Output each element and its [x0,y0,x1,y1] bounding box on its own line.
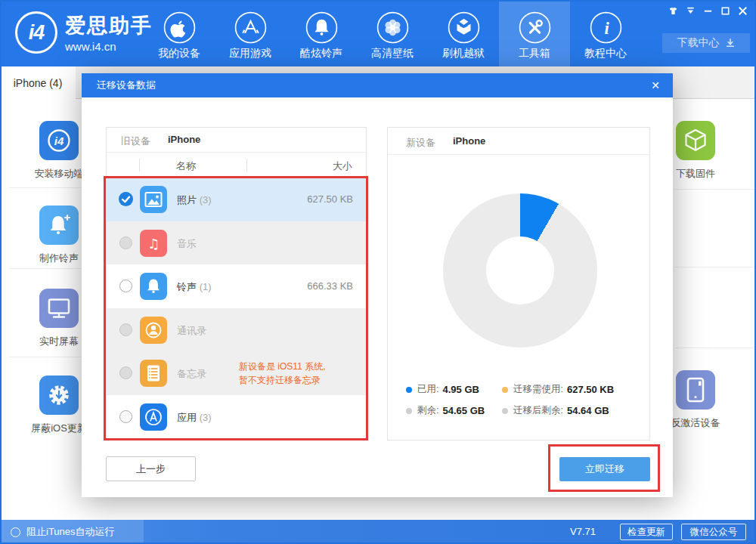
item-name: 铃声 (1) [177,280,212,294]
appstore-icon [234,11,268,45]
new-device-label: 新设备 [406,136,435,150]
legend-dot-used [406,387,412,393]
app-window: i4 爱思助手 www.i4.cn 我的设备 [0,0,756,544]
nav-label: 我的设备 [158,47,200,60]
status-bar: 阻止iTunes自动运行 V7.71 检查更新 微信公众号 [0,520,756,544]
nav-label: 刷机越狱 [442,47,485,60]
legend-dot-free [406,408,412,414]
brand-site: www.i4.cn [65,40,153,53]
window-controls [667,5,748,17]
column-divider [246,159,247,172]
nav-item-app-games[interactable]: 应用游戏 [215,0,286,66]
legend-row: 剩余: 54.65 GB 迁移后剩余: 54.64 GB [388,404,649,419]
download-center-label: 下载中心 [677,36,720,50]
legend-row: 已用: 4.95 GB 迁移需使用: 627.50 KB [388,383,649,398]
i4-app-icon: i4 [39,121,79,160]
list-item-ringtones[interactable]: 铃声 (1) 666.33 KB [107,264,366,308]
photos-icon [140,186,167,213]
block-itunes-label: 阻止iTunes自动运行 [26,525,115,539]
tshirt-icon [668,5,679,17]
apps-icon [140,403,167,431]
apps-checkbox[interactable] [119,410,132,423]
grid-divider [675,189,756,190]
download-center-button[interactable]: 下载中心 [662,33,750,53]
nav-item-toolbox[interactable]: 工具箱 [499,0,570,66]
tool-label: 实时屏幕 [39,335,79,348]
ringtone-bell-icon [140,273,167,300]
nav-label: 教程中心 [584,47,627,60]
item-name: 应用 (3) [177,411,212,425]
nav-item-tutorials[interactable]: i 教程中心 [570,0,641,66]
table-header: 名称 大小 [107,153,366,178]
nav-item-my-devices[interactable]: 我的设备 [144,0,215,66]
item-name: 音乐 [177,237,197,251]
tool-label: 下载固件 [676,167,715,181]
deactivate-device-icon [676,370,715,410]
ringtone-maker-icon [39,206,79,245]
tool-label: 制作铃声 [39,252,79,265]
nav-item-hd-wallpapers[interactable]: 高清壁纸 [357,0,428,66]
tool-label: 屏蔽iOS更新 [31,422,87,435]
notes-warning-text: 新设备是 iOS11 系统, 暂不支持迁移备忘录 [239,360,360,387]
ringtones-checkbox[interactable] [119,280,132,292]
old-device-label: 旧设备 [121,134,150,148]
item-size: 666.33 KB [307,280,353,292]
legend-free: 剩余: 54.65 GB [406,404,485,417]
nav-item-flash-jailbreak[interactable]: 刷机越狱 [428,0,499,66]
firmware-cube-icon [676,121,715,160]
wallpaper-icon [376,11,410,45]
migrate-now-button[interactable]: 立即迁移 [559,457,650,481]
previous-step-button[interactable]: 上一步 [106,456,196,481]
maximize-button[interactable] [719,5,731,17]
grid-divider [675,267,756,267]
skin-theme-button[interactable] [667,5,679,17]
maximize-icon [720,5,731,17]
photos-checkbox[interactable] [119,192,133,206]
tab-iphone[interactable]: iPhone (4) [0,66,76,99]
apple-icon [163,11,197,45]
main-menu-button[interactable] [684,5,696,17]
new-device-panel: 新设备 iPhone 已用: 4.95 GB 迁移需使用: 627.50 KB [387,127,650,440]
new-device-name: iPhone [453,135,485,147]
check-update-button[interactable]: 检查更新 [620,524,673,540]
block-ios-update-icon [39,376,79,415]
list-item-contacts: 通讯录 [107,308,366,352]
column-header-name: 名称 [176,159,196,173]
column-divider [139,159,140,172]
menu-arrow-icon [685,5,696,17]
minimize-icon [702,5,714,17]
main-nav: 我的设备 应用游戏 [144,0,641,66]
data-type-list: 照片 (3) 627.50 KB ♫ 音乐 [107,178,366,438]
old-device-panel: 旧设备 iPhone 名称 大小 [106,127,367,439]
legend-free-after: 迁移后剩余: 54.64 GB [502,404,609,417]
grid-divider [675,348,756,348]
storage-donut-chart [443,193,597,348]
item-name: 通讯录 [177,324,206,338]
download-icon [725,38,736,48]
app-logo: i4 爱思助手 www.i4.cn [15,11,153,54]
jailbreak-box-icon [447,11,481,45]
contacts-icon [140,317,167,344]
version-label: V7.71 [570,526,596,537]
old-device-name: iPhone [168,134,200,145]
item-name: 备忘录 [177,367,206,381]
bell-icon [305,11,339,45]
info-icon: i [589,11,623,45]
close-icon [737,5,748,17]
nav-item-cool-ringtones[interactable]: 酷炫铃声 [286,0,357,66]
item-name: 照片 (3) [177,193,212,207]
list-item-apps[interactable]: 应用 (3) [107,395,366,439]
close-window-button[interactable] [736,5,748,17]
dialog-close-icon[interactable]: ✕ [646,73,665,97]
block-itunes-toggle[interactable]: 阻止iTunes自动运行 [0,520,144,544]
minimize-button[interactable] [702,5,714,17]
nav-label: 应用游戏 [229,47,271,60]
migrate-data-dialog: 迁移设备数据 ✕ 旧设备 iPhone 名称 大小 [82,73,673,497]
list-item-notes: 备忘录 新设备是 iOS11 系统, 暂不支持迁移备忘录 [107,351,366,395]
toolbox-icon [518,11,552,45]
live-screen-icon [39,289,79,328]
nav-label: 酷炫铃声 [300,47,342,60]
tool-label: 反激活设备 [671,416,720,430]
list-item-photos[interactable]: 照片 (3) 627.50 KB [107,178,366,221]
wechat-official-button[interactable]: 微信公众号 [681,524,746,540]
